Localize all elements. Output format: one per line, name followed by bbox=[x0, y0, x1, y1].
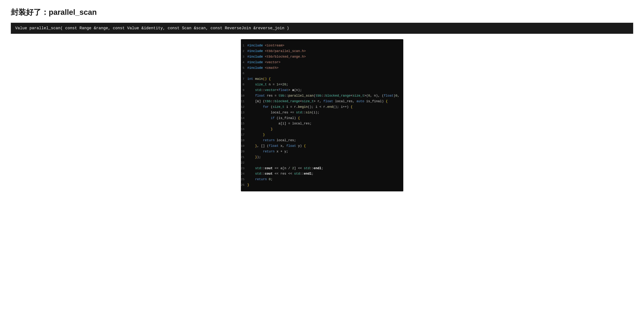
code-line-24: 24 std::cout << res << std::endl; bbox=[241, 171, 403, 177]
code-line-22: 22 bbox=[241, 160, 403, 166]
code-line-4: 4 #include <vector> bbox=[241, 60, 403, 65]
page-title: 封装好了：parallel_scan bbox=[11, 7, 633, 17]
code-line-1: 1 #include <iostream> bbox=[241, 43, 403, 48]
line-text: }, [] (float x, float y) { bbox=[248, 143, 306, 149]
line-number: 5 bbox=[241, 66, 248, 71]
code-line-26: 26 } bbox=[241, 182, 403, 188]
line-number: 19 bbox=[241, 144, 248, 149]
code-line-25: 25 return 0; bbox=[241, 177, 403, 182]
code-line-20: 20 return x + y; bbox=[241, 149, 403, 154]
line-number: 13 bbox=[241, 110, 248, 115]
line-number: 3 bbox=[241, 54, 248, 60]
code-line-9: 9 std::vector<float> a(n); bbox=[241, 87, 403, 93]
line-number: 18 bbox=[241, 138, 248, 143]
line-text: std::cout << a[n / 2] << std::endl; bbox=[248, 166, 323, 171]
line-text: int main() { bbox=[248, 76, 271, 82]
code-line-15: 15 a[i] = local_res; bbox=[241, 121, 403, 126]
code-line-3: 3 #include <tbb/blocked_range.h> bbox=[241, 54, 403, 60]
code-line-7: 7 int main() { bbox=[241, 76, 403, 82]
line-number: 7 bbox=[241, 77, 248, 82]
line-number: 21 bbox=[241, 155, 248, 160]
code-line-12: 12 for (size_t i = r.begin(); i < r.end(… bbox=[241, 104, 403, 110]
line-number: 22 bbox=[241, 160, 248, 166]
line-number: 20 bbox=[241, 149, 248, 154]
line-text: if (is_final) { bbox=[248, 115, 300, 121]
line-number: 23 bbox=[241, 166, 248, 171]
line-text: } bbox=[248, 182, 249, 188]
line-text: a[i] = local_res; bbox=[248, 121, 312, 126]
line-text: #include <cmath> bbox=[248, 65, 278, 71]
line-number: 15 bbox=[241, 121, 248, 126]
line-text: } bbox=[248, 126, 273, 132]
code-block: 1 #include <iostream> 2 #include <tbb/pa… bbox=[241, 39, 403, 191]
code-line-13: 13 local_res += std::sin(i); bbox=[241, 110, 403, 115]
code-line-18: 18 return local_res; bbox=[241, 138, 403, 143]
line-number: 12 bbox=[241, 105, 248, 110]
code-line-19: 19 }, [] (float x, float y) { bbox=[241, 143, 403, 149]
line-text: std::vector<float> a(n); bbox=[248, 87, 302, 93]
line-number: 11 bbox=[241, 99, 248, 104]
line-text: std::cout << res << std::endl; bbox=[248, 171, 314, 177]
line-text bbox=[248, 71, 249, 76]
line-text: [&] (tbb::blocked_range<size_t> r, float… bbox=[248, 99, 388, 104]
function-signature: Value parallel_scan( const Range &range,… bbox=[11, 23, 633, 34]
line-text: #include <iostream> bbox=[248, 43, 284, 48]
code-line-10: 10 float res = tbb::parallel_scan(tbb::b… bbox=[241, 93, 403, 99]
line-number: 1 bbox=[241, 43, 248, 48]
line-text: return local_res; bbox=[248, 138, 296, 143]
line-text: return 0; bbox=[248, 177, 273, 182]
line-number: 14 bbox=[241, 116, 248, 121]
line-number: 2 bbox=[241, 49, 248, 54]
line-text: #include <tbb/blocked_range.h> bbox=[248, 54, 306, 60]
line-text: for (size_t i = r.begin(); i < r.end(); … bbox=[248, 104, 352, 110]
code-line-14: 14 if (is_final) { bbox=[241, 115, 403, 121]
line-text: float res = tbb::parallel_scan(tbb::bloc… bbox=[248, 93, 400, 99]
line-text: size_t n = 1<<26; bbox=[248, 82, 288, 87]
code-line-2: 2 #include <tbb/parallel_scan.h> bbox=[241, 48, 403, 54]
line-text: }); bbox=[248, 154, 261, 160]
line-number: 10 bbox=[241, 93, 248, 99]
line-number: 9 bbox=[241, 88, 248, 93]
line-text: #include <tbb/parallel_scan.h> bbox=[248, 48, 306, 54]
line-number: 26 bbox=[241, 183, 248, 188]
code-line-8: 8 size_t n = 1<<26; bbox=[241, 82, 403, 87]
line-text: return x + y; bbox=[248, 149, 288, 154]
code-line-11: 11 [&] (tbb::blocked_range<size_t> r, fl… bbox=[241, 99, 403, 104]
line-text: } bbox=[248, 132, 265, 138]
line-number: 17 bbox=[241, 132, 248, 138]
line-number: 16 bbox=[241, 127, 248, 132]
code-line-21: 21 }); bbox=[241, 154, 403, 160]
line-number: 25 bbox=[241, 177, 248, 182]
code-line-17: 17 } bbox=[241, 132, 403, 138]
code-line-5: 5 #include <cmath> bbox=[241, 65, 403, 71]
line-text bbox=[248, 160, 249, 166]
line-text: local_res += std::sin(i); bbox=[248, 110, 320, 115]
line-number: 24 bbox=[241, 171, 248, 177]
code-line-6: 6 bbox=[241, 71, 403, 76]
line-number: 6 bbox=[241, 71, 248, 76]
line-number: 8 bbox=[241, 82, 248, 87]
code-line-16: 16 } bbox=[241, 126, 403, 132]
line-number: 4 bbox=[241, 60, 248, 65]
line-text: #include <vector> bbox=[248, 60, 280, 65]
code-line-23: 23 std::cout << a[n / 2] << std::endl; bbox=[241, 166, 403, 171]
